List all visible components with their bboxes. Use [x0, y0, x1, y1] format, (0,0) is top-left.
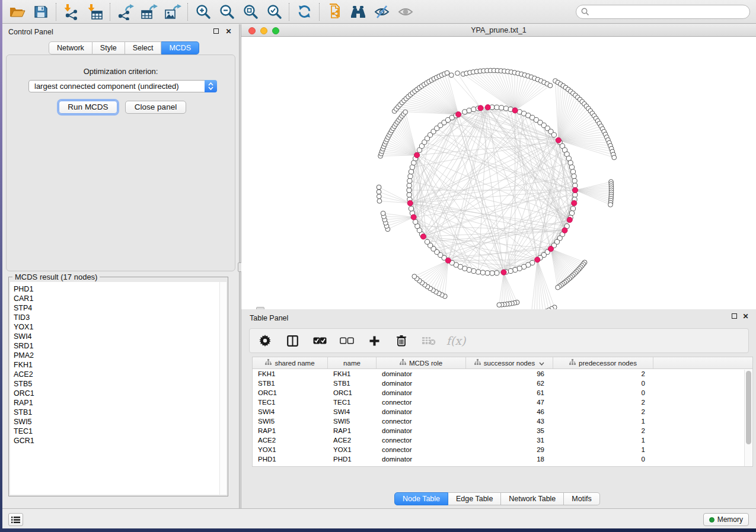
column-header-successor-nodes[interactable]: successor nodes [466, 357, 553, 368]
memory-button[interactable]: Memory [703, 513, 749, 526]
close-panel-button[interactable]: Close panel [125, 101, 186, 114]
zoom-fit-icon[interactable] [240, 2, 260, 21]
table-cell: STB1 [328, 379, 377, 388]
export-image-icon[interactable] [162, 2, 183, 21]
search-input[interactable] [576, 5, 750, 19]
table-cell: SWI5 [253, 416, 328, 426]
mcds-result-item[interactable]: CAR1 [10, 294, 220, 303]
table-cell: ORC1 [328, 388, 377, 398]
delete-column-icon[interactable] [394, 334, 409, 348]
network-canvas[interactable] [241, 37, 756, 332]
scrollbar-thumb[interactable] [746, 371, 751, 444]
node-table-header: shared namenameMCDS rolesuccessor nodesp… [253, 357, 752, 369]
export-table-icon[interactable] [139, 2, 159, 21]
table-row[interactable]: SWI5SWI5connector431 [253, 416, 752, 426]
tab-node-table[interactable]: Node Table [394, 492, 448, 505]
table-cell: ORC1 [253, 388, 328, 398]
deselect-all-rows-icon[interactable] [340, 334, 354, 348]
table-cell: PHD1 [328, 454, 377, 464]
tab-mcds[interactable]: MCDS [161, 41, 199, 55]
mcds-result-item[interactable]: TID3 [10, 313, 220, 322]
tab-style[interactable]: Style [92, 41, 125, 55]
table-row[interactable]: ORC1ORC1dominator610 [253, 388, 752, 398]
float-panel-icon[interactable] [212, 28, 220, 36]
select-stepper-icon [205, 80, 217, 92]
tab-network-table[interactable]: Network Table [501, 492, 564, 505]
table-row[interactable]: PHD1PHD1dominator180 [253, 454, 752, 464]
table-cell: 61 [466, 388, 553, 398]
column-header-shared-name[interactable]: shared name [253, 357, 328, 368]
column-visibility-icon[interactable] [285, 334, 299, 348]
tab-motifs[interactable]: Motifs [564, 492, 599, 505]
table-cell: dominator [377, 379, 466, 388]
mcds-result-item[interactable]: PMA2 [10, 351, 220, 360]
mcds-result-item[interactable]: STB1 [10, 408, 220, 417]
tab-select[interactable]: Select [125, 41, 162, 55]
network-window-titlebar[interactable]: YPA_prune.txt_1 [241, 24, 756, 37]
column-header-MCDS-role[interactable]: MCDS role [377, 357, 466, 368]
table-cell: 0 [553, 454, 653, 464]
mcds-result-item[interactable]: SWI4 [10, 332, 220, 341]
table-cell: STB1 [253, 379, 328, 388]
mcds-tab-content: Optimization criterion: largest connecte… [6, 55, 235, 271]
export-network-icon[interactable] [115, 2, 135, 21]
table-row[interactable]: ACE2ACE2connector311 [253, 435, 752, 445]
table-settings-gear-icon[interactable] [258, 334, 272, 348]
float-panel-icon[interactable] [731, 313, 738, 321]
optimization-criterion-select[interactable]: largest connected component (undirected) [28, 80, 217, 92]
import-table-icon[interactable] [85, 2, 105, 21]
select-all-rows-icon[interactable] [312, 334, 327, 348]
mcds-result-item[interactable]: STB5 [10, 379, 220, 389]
show-panels-list-button[interactable] [8, 513, 23, 526]
table-row[interactable]: STB1STB1dominator620 [253, 379, 752, 388]
search-icon [581, 8, 589, 18]
column-header-predecessor-nodes[interactable]: predecessor nodes [553, 357, 653, 368]
table-cell: RAP1 [328, 426, 377, 435]
table-row[interactable]: SWI4SWI4dominator462 [253, 407, 752, 416]
mcds-result-item[interactable]: STP4 [10, 303, 220, 313]
run-mcds-button[interactable]: Run MCDS [59, 101, 117, 114]
table-cell: ACE2 [328, 435, 377, 445]
open-file-icon[interactable] [7, 2, 27, 21]
tab-network[interactable]: Network [49, 41, 92, 55]
mcds-result-item[interactable]: ORC1 [10, 389, 220, 398]
zoom-selected-icon[interactable] [264, 2, 284, 21]
mcds-result-item[interactable]: TEC1 [10, 427, 220, 436]
add-column-icon[interactable] [367, 334, 381, 348]
zoom-in-icon[interactable] [193, 2, 213, 21]
column-header-name[interactable]: name [328, 357, 377, 368]
mcds-result-item[interactable]: SRD1 [10, 341, 220, 351]
close-panel-icon[interactable]: ✕ [225, 28, 232, 36]
hide-selected-icon[interactable] [372, 2, 392, 21]
mcds-result-item[interactable]: RAP1 [10, 398, 220, 408]
mcds-list-scrollbar[interactable] [219, 282, 227, 495]
table-cell: FKH1 [253, 369, 328, 379]
import-network-icon[interactable] [61, 2, 81, 21]
save-session-icon[interactable] [31, 2, 51, 21]
mcds-result-item[interactable]: FKH1 [10, 360, 220, 370]
mcds-result-item[interactable]: PHD1 [10, 282, 220, 294]
table-cell: 2 [553, 398, 653, 407]
network-from-selection-icon[interactable] [324, 2, 344, 21]
table-row[interactable]: RAP1RAP1dominator352 [253, 426, 752, 435]
network-view-window: YPA_prune.txt_1 [241, 24, 756, 332]
tab-edge-table[interactable]: Edge Table [448, 492, 501, 505]
table-cell: dominator [377, 388, 466, 398]
table-panel-title: Table Panel [250, 314, 288, 322]
search-binoculars-icon[interactable] [348, 2, 368, 21]
mcds-result-item[interactable]: ACE2 [10, 370, 220, 379]
mcds-result-item[interactable]: GCR1 [10, 436, 220, 446]
mcds-result-item[interactable]: SWI5 [10, 417, 220, 427]
mcds-result-item[interactable]: YOX1 [10, 322, 220, 332]
show-all-icon[interactable] [395, 2, 416, 21]
mcds-result-list[interactable]: PHD1CAR1STP4TID3YOX1SWI4SRD1PMA2FKH1ACE2… [10, 282, 221, 495]
table-scrollbar[interactable] [744, 370, 752, 466]
refresh-view-icon[interactable] [294, 2, 314, 21]
sort-descending-icon [539, 360, 544, 367]
table-row[interactable]: FKH1FKH1dominator962 [253, 369, 752, 379]
table-cell: 0 [553, 388, 653, 398]
table-row[interactable]: TEC1TEC1connector472 [253, 398, 752, 407]
close-panel-icon[interactable]: ✕ [742, 313, 749, 321]
table-row[interactable]: YOX1YOX1connector291 [253, 445, 752, 454]
zoom-out-icon[interactable] [216, 2, 237, 21]
